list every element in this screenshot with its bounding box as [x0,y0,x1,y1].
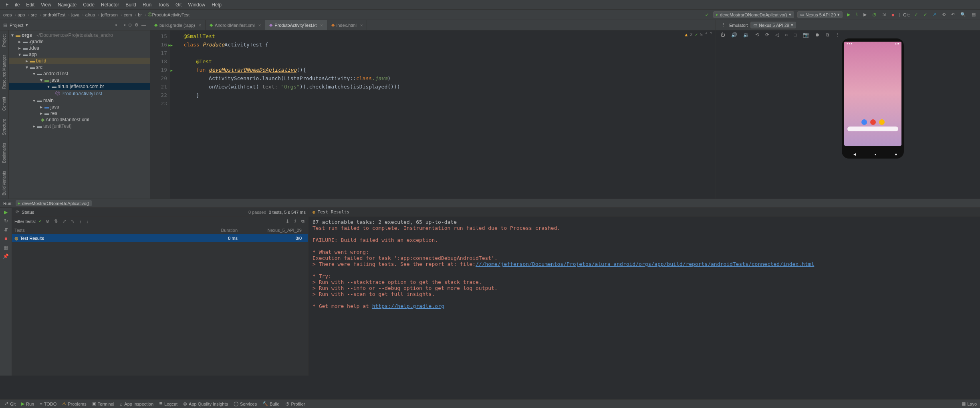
debug-button-icon[interactable]: ⌇ [855,12,859,17]
tree-root[interactable]: ▾▬orgs ~/Documentos/Projetos/alura_andro [9,32,150,38]
tree-idea[interactable]: ▸▬.idea [9,45,150,51]
menu-help[interactable]: Help [208,2,225,8]
menu-code[interactable]: Code [80,2,98,8]
tree-testfile[interactable]: ⓒProdutoActivityTest [9,90,150,97]
tree-res[interactable]: ▸▬res [9,110,150,117]
home-icon[interactable]: ○ [784,32,789,38]
overview-icon[interactable]: □ [792,32,798,38]
app-icon[interactable] [879,119,885,125]
tree-unittest[interactable]: ▸▬test [unitTest] [9,123,150,129]
run-config-badge[interactable]: ▸deveMostrarONomeDoAplicativo() [16,200,92,206]
editor-inspections[interactable]: ▲2 ✓5 ˄˅ [685,32,713,37]
git-history-icon[interactable]: ⟲ [941,12,947,17]
sb-run[interactable]: ▶Run [21,401,34,406]
more-icon[interactable]: ⋮ [834,32,841,38]
nav-back-icon[interactable]: ◀ [853,153,856,156]
collapse-all-icon[interactable]: ⤡ [70,219,76,224]
crumb-androidtest[interactable]: androidTest [42,12,65,17]
chevron-up-icon[interactable]: ˄ [705,32,708,37]
gear-icon[interactable]: ⚙ [134,22,139,27]
tree-java2[interactable]: ▸▬java [9,104,150,110]
sb-todo[interactable]: ≡TODO [40,402,56,406]
back-icon[interactable]: ◁ [774,32,780,38]
emulator-device-frame[interactable]: ● ● ●▲ ■ ◀●■ [842,38,904,159]
nav-recent-icon[interactable]: ■ [895,153,897,156]
emulator-screen[interactable]: ● ● ●▲ ■ [844,42,901,146]
tree-manifest[interactable]: ◆AndroidManifest.xml [9,117,150,123]
strip-structure[interactable]: Structure [2,119,6,135]
phone-search-bar[interactable] [847,127,898,131]
run-config-selector[interactable]: ▸ deveMostrarONomeDoAplicativo() ▾ [713,11,794,18]
coverage-icon[interactable]: ▶̲ [862,12,868,17]
volume-down-icon[interactable]: 🔉 [742,32,750,38]
sb-logcat[interactable]: ≣Logcat [159,401,177,406]
chevron-down-icon[interactable]: ˅ [710,32,712,37]
open-icon[interactable]: ⧉ [300,219,306,224]
crumb-class[interactable]: ProdutoActivityTest [152,12,190,17]
build-hammer-icon[interactable]: ↙ [704,12,710,17]
search-icon[interactable]: 🔍 [959,12,967,17]
crumb-br[interactable]: br [138,12,142,17]
menu-edit[interactable]: Edit [23,2,38,8]
nav-home-icon[interactable]: ● [875,153,877,156]
rerun-failed-icon[interactable]: ↻ [3,218,9,224]
crumb-src[interactable]: src [31,12,37,17]
sb-profiler[interactable]: ⏱Profiler [285,402,305,406]
tree-main[interactable]: ▾▬main [9,97,150,104]
git-update-icon[interactable]: ✓ [913,12,919,17]
sb-insights[interactable]: ◎App Quality Insights [183,401,228,406]
tab-build-gradle[interactable]: ◆build.gradle (:app)× [150,20,206,30]
locate-icon[interactable]: ⊕ [127,22,133,27]
rerun-icon[interactable]: ▶ [4,209,8,215]
menu-refactor[interactable]: Refactor [98,2,122,8]
more-icon[interactable]: ⋮ [720,22,727,28]
filter-ignored-icon[interactable]: ⊘ [44,219,50,224]
strip-resource-manager[interactable]: Resource Manager [2,55,6,89]
tree-src[interactable]: ▾▬src [9,64,150,70]
volume-up-icon[interactable]: 🔊 [730,32,738,38]
tree-gradle[interactable]: ▸▬.gradle [9,38,150,45]
code-area[interactable]: @SmallTest class ProdutoActivityTest { @… [170,30,404,199]
git-rollback-icon[interactable]: ↶ [950,12,956,17]
strip-commit[interactable]: Commit [2,97,6,111]
device-selector[interactable]: ▭ Nexus 5 API 29 ▾ [797,11,843,18]
screenshot-icon[interactable]: 📷 [802,32,810,38]
crumb-jefferson[interactable]: jefferson [101,12,118,17]
stop-button-icon[interactable]: ■ [890,12,895,17]
code-editor[interactable]: 15 16▶▶ 17 18 19▶ 20 21 22 23 @SmallTest… [150,30,716,199]
app-icon[interactable] [870,119,876,125]
pin-icon[interactable]: 📌 [2,253,10,259]
chevron-down-icon[interactable]: ▾ [26,22,28,28]
strip-project[interactable]: Project [2,34,6,47]
tree-build[interactable]: ▸▬build [9,58,150,64]
emulator-device-selector[interactable]: ▭Nexus 5 API 29▾ [750,22,796,28]
collapse-icon[interactable]: ⇤ [115,22,120,27]
sb-terminal[interactable]: ▣Terminal [92,401,115,406]
project-tree[interactable]: ▾▬orgs ~/Documentos/Projetos/alura_andro… [9,30,150,199]
app-icon[interactable] [861,119,867,125]
filter-pass-icon[interactable]: ✓ [38,219,42,224]
strip-bookmarks[interactable]: Bookmarks [2,143,6,163]
test-results-row[interactable]: ◍Test Results 0 ms 0/0 [12,234,308,242]
settings-icon[interactable]: ▤ [970,12,977,17]
tree-androidtest[interactable]: ▾▬androidTest [9,70,150,77]
crumb-com[interactable]: com [124,12,132,17]
crumb-app[interactable]: app [18,12,25,17]
hide-icon[interactable]: — [141,22,147,27]
tab-produto-test[interactable]: ◆ProdutoActivityTest.kt× [265,20,327,30]
stop-icon[interactable]: ■ [4,236,7,241]
git-commit-icon[interactable]: ✓ [922,12,928,17]
layout-icon[interactable]: ▦ [2,245,9,250]
tree-java1[interactable]: ▾▬java [9,77,150,83]
menu-tools[interactable]: Tools [155,2,172,8]
export-icon[interactable]: ⤴ [293,219,298,224]
tab-index-html[interactable]: ◆index.html× [327,20,367,30]
power-icon[interactable]: ⏻ [719,32,726,38]
crumb-orgs[interactable]: orgs [3,12,12,17]
record-icon[interactable]: ⏺ [814,32,821,38]
close-icon[interactable]: × [320,23,323,28]
git-push-icon[interactable]: ↗ [932,12,938,17]
expand-all-icon[interactable]: ⤢ [61,219,67,224]
strip-build-variants[interactable]: Build Variants [2,171,6,195]
history-icon[interactable]: ⟳ [14,209,20,215]
